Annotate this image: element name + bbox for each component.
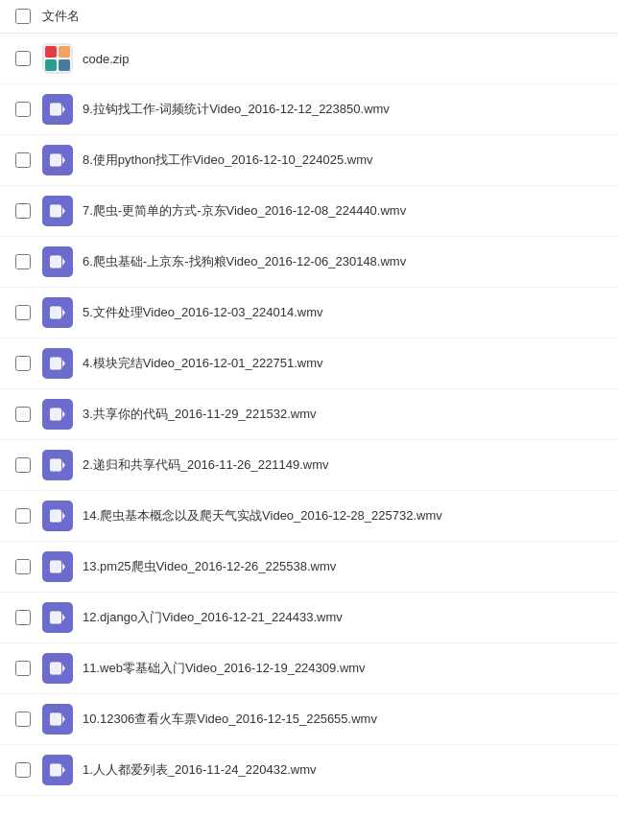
list-item[interactable]: 8.使用python找工作Video_2016-12-10_224025.wmv [0, 135, 618, 186]
list-item[interactable]: 5.文件处理Video_2016-12-03_224014.wmv [0, 288, 618, 338]
svg-rect-5 [59, 59, 70, 71]
svg-marker-22 [62, 360, 65, 367]
file-name-label: 10.12306查看火车票Video_2016-12-15_225655.wmv [83, 711, 377, 728]
svg-rect-30 [50, 510, 61, 523]
svg-rect-4 [45, 59, 57, 71]
svg-rect-2 [45, 46, 57, 58]
file-name-label: 6.爬虫基础-上京东-找狗粮Video_2016-12-06_230148.wm… [83, 253, 406, 270]
video-icon [42, 450, 73, 480]
row-checkbox[interactable] [15, 610, 31, 625]
list-item[interactable]: 1.人人都爱列表_2016-11-24_220432.wmv [0, 745, 618, 796]
row-checkbox[interactable] [15, 152, 31, 168]
table-header: 文件名 [0, 0, 618, 34]
list-item[interactable]: 13.pm25爬虫Video_2016-12-26_225538.wmv [0, 542, 618, 593]
video-icon [42, 653, 73, 684]
svg-rect-15 [50, 256, 61, 268]
row-checkbox[interactable] [15, 712, 31, 727]
row-checkbox[interactable] [15, 661, 31, 676]
svg-rect-45 [50, 764, 61, 777]
list-item[interactable]: 4.模块完结Video_2016-12-01_222751.wmv [0, 338, 618, 389]
svg-rect-3 [59, 46, 70, 58]
list-item[interactable]: 3.共享你的代码_2016-11-29_221532.wmv [0, 389, 618, 440]
video-icon [42, 602, 73, 633]
svg-marker-7 [62, 105, 65, 113]
svg-rect-24 [50, 408, 61, 421]
list-item[interactable]: 14.爬虫基本概念以及爬天气实战Video_2016-12-28_225732.… [0, 491, 618, 542]
svg-marker-37 [62, 614, 65, 621]
row-checkbox[interactable] [15, 254, 31, 269]
svg-marker-19 [62, 309, 65, 316]
svg-rect-36 [50, 612, 61, 624]
video-icon [42, 704, 73, 735]
file-name-label: 2.递归和共享代码_2016-11-26_221149.wmv [83, 456, 329, 474]
file-name-label: 9.拉钩找工作-词频统计Video_2016-12-12_223850.wmv [83, 101, 390, 118]
svg-rect-33 [50, 561, 61, 573]
svg-marker-10 [62, 156, 65, 164]
video-icon [42, 94, 73, 125]
list-item[interactable]: 7.爬虫-更简单的方式-京东Video_2016-12-08_224440.wm… [0, 186, 618, 237]
list-item[interactable]: 10.12306查看火车票Video_2016-12-15_225655.wmv [0, 694, 618, 745]
file-name-label: 1.人人都爱列表_2016-11-24_220432.wmv [83, 761, 317, 779]
video-icon [42, 348, 73, 379]
svg-marker-40 [62, 665, 65, 672]
file-name-label: 8.使用python找工作Video_2016-12-10_224025.wmv [83, 152, 373, 169]
video-icon [42, 145, 73, 175]
svg-marker-34 [62, 563, 65, 571]
svg-rect-39 [50, 663, 61, 675]
row-checkbox[interactable] [15, 51, 31, 66]
svg-marker-28 [62, 461, 65, 469]
svg-marker-46 [62, 766, 65, 774]
video-icon [42, 196, 73, 226]
video-icon [42, 501, 73, 531]
row-checkbox[interactable] [15, 356, 31, 371]
video-icon [42, 551, 73, 582]
select-all-checkbox[interactable] [15, 9, 31, 24]
filename-column-header: 文件名 [42, 8, 80, 25]
svg-marker-31 [62, 512, 65, 520]
list-item[interactable]: code.zip [0, 34, 618, 84]
video-icon [42, 399, 73, 430]
row-checkbox[interactable] [15, 508, 31, 524]
list-item[interactable]: 9.拉钩找工作-词频统计Video_2016-12-12_223850.wmv [0, 84, 618, 135]
list-item[interactable]: 12.django入门Video_2016-12-21_224433.wmv [0, 593, 618, 643]
file-name-label: 7.爬虫-更简单的方式-京东Video_2016-12-08_224440.wm… [83, 202, 406, 220]
file-name-label: 4.模块完结Video_2016-12-01_222751.wmv [83, 355, 323, 372]
file-name-label: 11.web零基础入门Video_2016-12-19_224309.wmv [83, 660, 366, 677]
file-name-label: 3.共享你的代码_2016-11-29_221532.wmv [83, 406, 317, 423]
svg-marker-16 [62, 258, 65, 266]
row-checkbox[interactable] [15, 457, 31, 473]
file-name-label: 13.pm25爬虫Video_2016-12-26_225538.wmv [83, 558, 336, 575]
file-rows-container: code.zip 9.拉钩找工作-词频统计Video_2016-12-12_22… [0, 34, 618, 796]
svg-rect-12 [50, 205, 61, 218]
svg-rect-42 [50, 713, 61, 726]
row-checkbox[interactable] [15, 559, 31, 574]
row-checkbox[interactable] [15, 102, 31, 117]
svg-rect-6 [50, 104, 61, 116]
file-name-label: 14.爬虫基本概念以及爬天气实战Video_2016-12-28_225732.… [83, 507, 442, 525]
row-checkbox[interactable] [15, 407, 31, 422]
video-icon [42, 755, 73, 785]
video-icon [42, 246, 73, 277]
row-checkbox[interactable] [15, 305, 31, 320]
svg-rect-21 [50, 358, 61, 370]
svg-marker-13 [62, 207, 65, 215]
svg-marker-25 [62, 410, 65, 418]
svg-rect-9 [50, 154, 61, 167]
list-item[interactable]: 6.爬虫基础-上京东-找狗粮Video_2016-12-06_230148.wm… [0, 237, 618, 288]
file-name-label: 5.文件处理Video_2016-12-03_224014.wmv [83, 304, 323, 321]
file-name-label: 12.django入门Video_2016-12-21_224433.wmv [83, 609, 343, 626]
zip-icon [42, 43, 73, 74]
list-item[interactable]: 2.递归和共享代码_2016-11-26_221149.wmv [0, 440, 618, 491]
file-list: 文件名 code.zip 9.拉钩找工作-词频统计Video_2016-12-1… [0, 0, 618, 796]
row-checkbox[interactable] [15, 203, 31, 219]
svg-marker-43 [62, 715, 65, 723]
video-icon [42, 297, 73, 328]
list-item[interactable]: 11.web零基础入门Video_2016-12-19_224309.wmv [0, 643, 618, 694]
file-name-label: code.zip [83, 52, 129, 66]
row-checkbox[interactable] [15, 762, 31, 778]
svg-rect-27 [50, 459, 61, 472]
svg-rect-18 [50, 307, 61, 319]
